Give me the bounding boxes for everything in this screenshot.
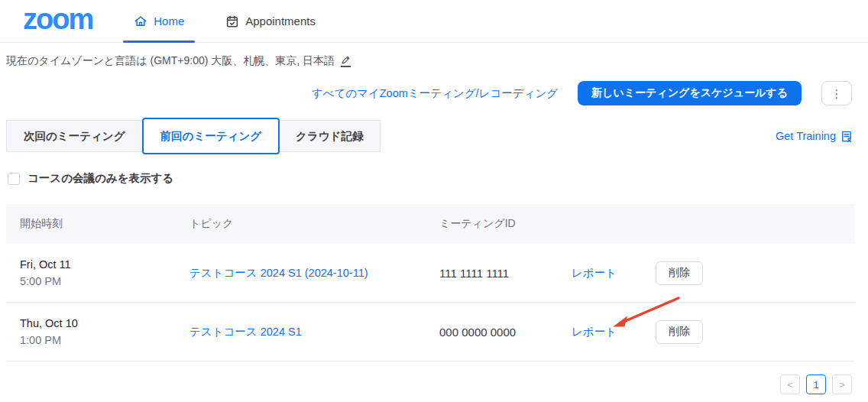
- table-header-row: 開始時刻 トピック ミーティングID: [6, 204, 854, 244]
- column-header-meeting-id: ミーティングID: [439, 217, 572, 231]
- actions-row: すべてのマイZoomミーティング/レコーディング 新しいミーティングをスケジュー…: [0, 81, 868, 105]
- meeting-id: 000 0000 0000: [439, 326, 572, 339]
- meeting-date: Thu, Oct 10: [20, 317, 189, 329]
- pagination: < 1 >: [0, 374, 868, 394]
- pagination-next-button[interactable]: >: [832, 374, 852, 394]
- zoom-lms-page: zoom Home Appointments 現在の: [0, 0, 868, 402]
- more-options-button[interactable]: ⋮: [821, 81, 852, 105]
- header-nav: Home Appointments: [123, 0, 326, 42]
- pagination-page-1-button[interactable]: 1: [806, 374, 826, 394]
- delete-button[interactable]: 削除: [656, 261, 703, 285]
- nav-tab-home[interactable]: Home: [123, 0, 195, 42]
- report-link[interactable]: レポート: [572, 267, 617, 279]
- all-meetings-recordings-link[interactable]: すべてのマイZoomミーティング/レコーディング: [312, 86, 558, 101]
- nav-tab-appointments[interactable]: Appointments: [215, 0, 326, 42]
- tab-previous-meetings[interactable]: 前回のミーティング: [142, 118, 280, 154]
- tab-upcoming-meetings[interactable]: 次回のミーティング: [6, 120, 143, 152]
- zoom-logo[interactable]: zoom: [23, 5, 92, 38]
- get-training-link[interactable]: Get Training: [776, 130, 853, 143]
- start-time-cell: Thu, Oct 10 1:00 PM: [6, 317, 189, 346]
- meeting-id: 111 1111 1111: [439, 267, 572, 280]
- table-row: Fri, Oct 11 5:00 PM テストコース 2024 S1 (2024…: [6, 244, 854, 303]
- nav-tab-appointments-label: Appointments: [245, 15, 316, 28]
- home-icon: [134, 15, 147, 28]
- previous-meetings-table: 開始時刻 トピック ミーティングID Fri, Oct 11 5:00 PM テ…: [6, 204, 854, 361]
- course-only-checkbox-label: コースの会議のみを表示する: [28, 171, 173, 186]
- nav-tab-home-label: Home: [154, 15, 184, 28]
- tab-cloud-recordings[interactable]: クラウド記録: [279, 120, 381, 152]
- training-doc-icon: [840, 130, 853, 143]
- report-link-row-2[interactable]: レポート: [572, 326, 617, 338]
- meetings-tabstrip: 次回のミーティング 前回のミーティング クラウド記録 Get Training: [6, 118, 853, 154]
- table-row: Thu, Oct 10 1:00 PM テストコース 2024 S1 000 0…: [6, 303, 854, 361]
- pagination-prev-button[interactable]: <: [780, 374, 800, 394]
- timezone-text: 現在のタイムゾーンと言語は (GMT+9:00) 大阪、札幌、東京, 日本語: [6, 54, 335, 68]
- column-header-start-time: 開始時刻: [6, 217, 189, 231]
- course-only-checkbox[interactable]: [8, 173, 20, 185]
- get-training-label: Get Training: [776, 130, 836, 142]
- pencil-edit-icon[interactable]: [341, 55, 351, 67]
- app-header: zoom Home Appointments: [0, 0, 868, 43]
- timezone-language-line: 現在のタイムゾーンと言語は (GMT+9:00) 大阪、札幌、東京, 日本語: [6, 54, 868, 68]
- topic-link[interactable]: テストコース 2024 S1 (2024-10-11): [189, 267, 368, 279]
- topic-link[interactable]: テストコース 2024 S1: [189, 326, 302, 338]
- course-filter-row: コースの会議のみを表示する: [8, 171, 868, 186]
- schedule-meeting-button[interactable]: 新しいミーティングをスケジュールする: [578, 81, 802, 105]
- start-time-cell: Fri, Oct 11 5:00 PM: [6, 258, 189, 287]
- meeting-date: Fri, Oct 11: [20, 258, 189, 271]
- meeting-time: 1:00 PM: [20, 334, 189, 346]
- calendar-check-icon: [225, 15, 239, 28]
- column-header-topic: トピック: [189, 217, 439, 231]
- meeting-time: 5:00 PM: [20, 275, 189, 287]
- delete-button[interactable]: 削除: [656, 320, 703, 344]
